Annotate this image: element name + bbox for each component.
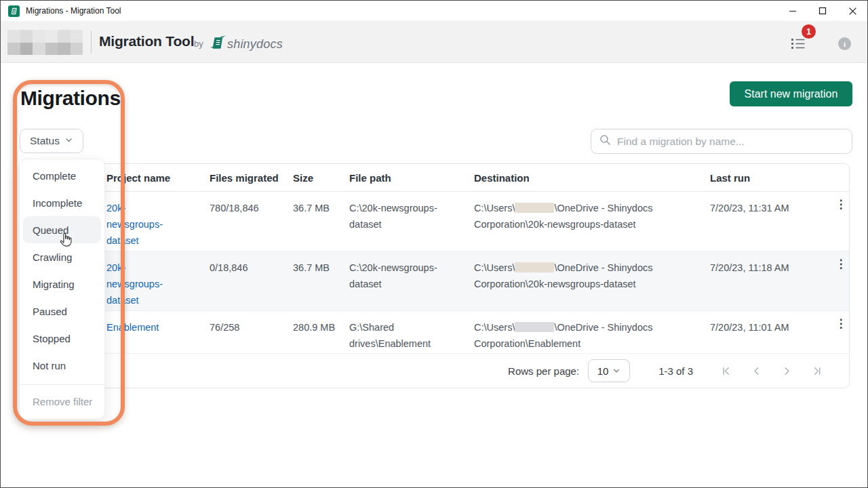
chevron-down-icon	[612, 365, 620, 377]
brand-name: shinydocs	[227, 37, 283, 52]
rows-per-page-select[interactable]: 10	[588, 359, 630, 382]
shinydocs-logo: shinydocs	[210, 34, 283, 54]
destination-value: C:\Users\\OneDrive - Shinydocs Corporati…	[474, 251, 710, 310]
files-migrated-value: 0/18,846	[210, 251, 293, 310]
pagination-bar: Rows per page: 10 1-3 of 3	[20, 354, 849, 388]
project-link[interactable]: 20k-newsgroups-dataset	[106, 203, 163, 246]
filter-option-not-run[interactable]: Not run	[23, 352, 101, 379]
column-files-migrated: Files migrated	[210, 172, 293, 184]
by-label: by	[194, 39, 203, 49]
row-menu-button[interactable]: ⋮	[831, 314, 850, 333]
rows-per-page-value: 10	[597, 365, 609, 377]
close-button[interactable]	[837, 1, 867, 21]
last-run-value: 7/20/23, 11:01 AM	[710, 311, 819, 353]
project-link[interactable]: 20k-newsgroups-dataset	[106, 262, 163, 306]
column-destination: Destination	[474, 172, 710, 184]
title-bar: Migrations - Migration Tool	[1, 1, 867, 21]
size-value: 36.7 MB	[293, 251, 349, 310]
rows-per-page-label: Rows per page:	[508, 365, 579, 377]
filter-option-queued[interactable]: Queued	[23, 216, 101, 243]
minimize-button[interactable]	[778, 1, 808, 21]
files-migrated-value: 780/18,846	[210, 192, 293, 251]
column-project-name: Project name	[106, 172, 210, 184]
redacted-username	[515, 203, 554, 213]
maximize-button[interactable]	[808, 1, 837, 21]
filter-option-incomplete[interactable]: Incomplete	[23, 189, 101, 216]
app-title: Migration Tool	[99, 33, 194, 49]
window-title: Migrations - Migration Tool	[26, 6, 121, 16]
dropdown-divider	[20, 384, 104, 385]
notification-badge: 1	[802, 24, 816, 39]
table-row: Enablement 76/258 280.9 MB G:\Shared dri…	[20, 311, 849, 354]
first-page-button[interactable]	[711, 359, 741, 382]
page-title: Migrations	[20, 87, 121, 110]
destination-value: C:\Users\\OneDrive - Shinydocs Corporati…	[474, 192, 710, 251]
filter-option-complete[interactable]: Complete	[23, 162, 101, 189]
header-divider	[91, 30, 92, 54]
search-icon	[599, 134, 611, 148]
filter-option-stopped[interactable]: Stopped	[23, 325, 101, 352]
filter-option-migrating[interactable]: Migrating	[23, 270, 101, 298]
table-row: 20k-newsgroups-dataset 780/18,846 36.7 M…	[20, 192, 849, 251]
filter-option-paused[interactable]: Paused	[23, 298, 101, 325]
size-value: 36.7 MB	[293, 192, 349, 251]
table-row: 20k-newsgroups-dataset 0/18,846 36.7 MB …	[20, 251, 849, 311]
redacted-company-logo	[7, 30, 83, 55]
app-icon	[8, 5, 20, 17]
row-menu-button[interactable]: ⋮	[831, 195, 850, 214]
status-filter-dropdown: Complete Incomplete Queued Crawling Migr…	[19, 159, 105, 420]
size-value: 280.9 MB	[293, 311, 349, 353]
status-filter-button[interactable]: Status	[20, 129, 83, 153]
last-run-value: 7/20/23, 11:31 AM	[710, 192, 819, 251]
column-size: Size	[293, 172, 349, 184]
info-icon[interactable]	[838, 37, 851, 50]
status-filter-label: Status	[30, 135, 60, 147]
filter-option-crawling[interactable]: Crawling	[23, 243, 101, 270]
start-new-migration-button[interactable]: Start new migration	[730, 81, 852, 106]
migration-queue-icon[interactable]	[790, 35, 806, 52]
search-input[interactable]	[617, 136, 844, 148]
pagination-range: 1-3 of 3	[658, 365, 693, 377]
column-last-run: Last run	[710, 172, 819, 184]
row-menu-button[interactable]: ⋮	[831, 255, 850, 274]
project-link[interactable]: Enablement	[106, 322, 159, 333]
files-migrated-value: 76/258	[210, 311, 293, 353]
app-window: Migrations - Migration Tool Migration To…	[0, 0, 868, 488]
chevron-down-icon	[64, 135, 73, 147]
migration-search	[591, 129, 852, 154]
table-header-row: Project name Files migrated Size File pa…	[20, 164, 849, 192]
column-file-path: File path	[349, 172, 474, 184]
file-path-value: C:\20k-newsgroups-dataset	[349, 192, 474, 251]
next-page-button[interactable]	[772, 359, 802, 382]
redacted-username	[515, 322, 554, 332]
last-run-value: 7/20/23, 11:18 AM	[710, 251, 819, 310]
destination-value: C:\Users\\OneDrive - Shinydocs Corporati…	[474, 311, 710, 353]
previous-page-button[interactable]	[741, 359, 772, 382]
last-page-button[interactable]	[802, 359, 833, 382]
file-path-value: G:\Shared drives\Enablement	[349, 311, 474, 353]
migrations-table: Project name Files migrated Size File pa…	[20, 163, 850, 388]
remove-filter-option[interactable]: Remove filter	[23, 388, 101, 415]
shinydocs-glyph-icon	[210, 34, 226, 54]
redacted-username	[515, 262, 554, 272]
file-path-value: C:\20k-newsgroups-dataset	[349, 251, 474, 310]
app-header: Migration Tool by shinydocs	[1, 21, 867, 63]
